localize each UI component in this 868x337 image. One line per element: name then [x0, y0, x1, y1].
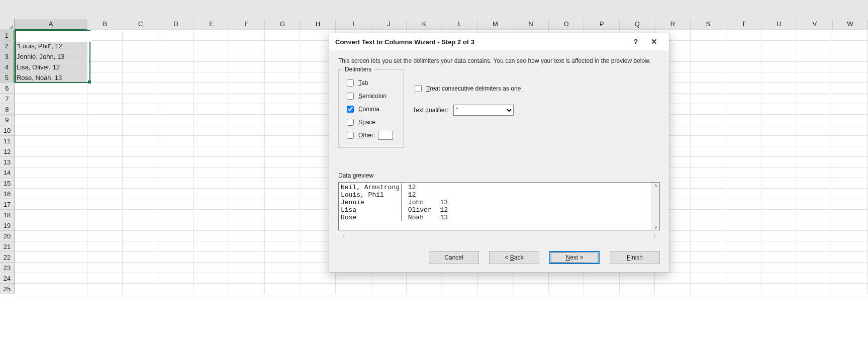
cell-D16[interactable]	[158, 189, 194, 199]
cell-U10[interactable]	[761, 125, 797, 136]
cell-Q25[interactable]	[620, 284, 655, 294]
cell-B23[interactable]	[87, 263, 123, 273]
cell-C9[interactable]	[123, 115, 158, 125]
cell-W6[interactable]	[832, 83, 868, 94]
cell-V10[interactable]	[797, 125, 833, 136]
cell-F16[interactable]	[229, 189, 265, 199]
cell-G2[interactable]	[265, 41, 301, 51]
cell-E18[interactable]	[194, 210, 229, 220]
cell-A9[interactable]	[15, 115, 87, 125]
finish-button[interactable]: Finish	[610, 251, 660, 264]
cell-T23[interactable]	[726, 263, 762, 273]
cell-N25[interactable]	[513, 284, 549, 294]
row-header-4[interactable]: 4	[0, 62, 15, 72]
cell-F14[interactable]	[229, 167, 265, 178]
cell-F11[interactable]	[229, 136, 265, 146]
cell-E19[interactable]	[194, 220, 229, 231]
cell-D8[interactable]	[158, 104, 194, 115]
cell-V14[interactable]	[797, 167, 833, 178]
cell-B5[interactable]	[87, 72, 123, 83]
cell-D13[interactable]	[158, 157, 194, 167]
cell-W4[interactable]	[832, 62, 868, 72]
col-header-W[interactable]: W	[833, 19, 868, 30]
cell-A14[interactable]	[15, 167, 87, 178]
cell-G10[interactable]	[265, 125, 301, 136]
col-header-P[interactable]: P	[584, 19, 620, 30]
cell-S21[interactable]	[691, 241, 726, 252]
cell-C15[interactable]	[123, 178, 158, 189]
cell-T24[interactable]	[726, 273, 762, 284]
cell-I24[interactable]	[336, 273, 371, 284]
row-header-23[interactable]: 23	[0, 263, 15, 273]
cell-U24[interactable]	[761, 273, 797, 284]
row-header-16[interactable]: 16	[0, 189, 15, 199]
cell-E16[interactable]	[194, 189, 229, 199]
cell-A2[interactable]: "Louis, Phil", 12	[15, 41, 87, 51]
col-header-E[interactable]: E	[194, 19, 230, 30]
cell-C7[interactable]	[123, 94, 158, 104]
cell-W9[interactable]	[832, 115, 868, 125]
row-header-13[interactable]: 13	[0, 157, 15, 167]
cell-T12[interactable]	[726, 146, 762, 157]
row-header-20[interactable]: 20	[0, 231, 15, 241]
cell-G12[interactable]	[265, 146, 301, 157]
cell-U7[interactable]	[761, 94, 797, 104]
cell-W18[interactable]	[832, 210, 868, 220]
cell-D12[interactable]	[158, 146, 194, 157]
cell-V12[interactable]	[797, 146, 833, 157]
cell-G6[interactable]	[265, 83, 301, 94]
cancel-button[interactable]: Cancel	[429, 251, 479, 264]
row-header-5[interactable]: 5	[0, 72, 15, 83]
cell-D3[interactable]	[158, 51, 194, 62]
cell-E21[interactable]	[194, 241, 229, 252]
cell-S16[interactable]	[691, 189, 726, 199]
cell-F9[interactable]	[229, 115, 265, 125]
cell-W23[interactable]	[832, 263, 868, 273]
cell-T11[interactable]	[726, 136, 762, 146]
cell-L25[interactable]	[442, 284, 478, 294]
cell-C12[interactable]	[123, 146, 158, 157]
cell-E2[interactable]	[194, 41, 230, 51]
cell-T22[interactable]	[726, 252, 762, 263]
cell-S23[interactable]	[691, 263, 726, 273]
cell-T5[interactable]	[726, 72, 762, 83]
cell-D9[interactable]	[158, 115, 194, 125]
cell-B1[interactable]	[87, 30, 123, 41]
row-header-10[interactable]: 10	[0, 125, 15, 136]
cell-T4[interactable]	[726, 62, 762, 72]
cell-D1[interactable]	[158, 30, 194, 41]
cell-M24[interactable]	[477, 273, 513, 284]
cell-T20[interactable]	[726, 231, 762, 241]
cell-G17[interactable]	[265, 199, 301, 210]
cell-J24[interactable]	[371, 273, 407, 284]
cell-B14[interactable]	[87, 167, 123, 178]
col-header-S[interactable]: S	[691, 19, 726, 30]
cell-S3[interactable]	[691, 51, 726, 62]
cell-G13[interactable]	[265, 157, 301, 167]
cell-G22[interactable]	[265, 252, 301, 263]
cell-W1[interactable]	[832, 30, 868, 41]
back-button[interactable]: < Back	[489, 251, 539, 264]
preview-vscroll[interactable]: ∧∨	[651, 183, 659, 230]
cell-E5[interactable]	[194, 72, 230, 83]
cell-E25[interactable]	[194, 284, 229, 294]
cell-A25[interactable]	[15, 284, 87, 294]
row-header-24[interactable]: 24	[0, 273, 15, 284]
cell-A19[interactable]	[15, 220, 87, 231]
cell-W5[interactable]	[832, 72, 868, 83]
cell-C25[interactable]	[123, 284, 158, 294]
cell-E7[interactable]	[194, 94, 229, 104]
cell-C23[interactable]	[123, 263, 158, 273]
col-header-O[interactable]: O	[549, 19, 585, 30]
cell-W14[interactable]	[832, 167, 868, 178]
cell-S15[interactable]	[691, 178, 726, 189]
cell-B19[interactable]	[87, 220, 123, 231]
row-header-8[interactable]: 8	[0, 104, 15, 115]
cell-G5[interactable]	[265, 72, 301, 83]
cell-T8[interactable]	[726, 104, 762, 115]
cell-T6[interactable]	[726, 83, 762, 94]
cell-U2[interactable]	[761, 41, 797, 51]
cell-V16[interactable]	[797, 189, 833, 199]
cell-E11[interactable]	[194, 136, 229, 146]
cell-A16[interactable]	[15, 189, 87, 199]
